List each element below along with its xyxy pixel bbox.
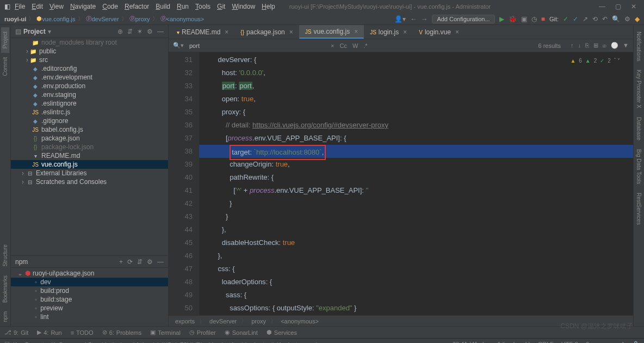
close-tab-icon[interactable]: × [225,28,228,36]
debug-icon[interactable]: 🐞 [509,15,517,23]
search-select-icon[interactable]: ⎄ [603,42,606,49]
tree-item[interactable]: ◆.editorconfig [11,64,168,73]
tree-item[interactable]: {}package.json [11,134,168,143]
menu-navigate[interactable]: Navigate [67,3,99,10]
tree-item[interactable]: JSbabel.config.js [11,125,168,134]
tool-problems[interactable]: ⊘ 6:Problems [102,329,142,336]
tree-item[interactable]: 📁node_modules library root [11,38,168,47]
tree-item[interactable]: ›📁src [11,56,168,64]
npm-script-lint[interactable]: ◦lint [11,313,168,321]
status-position[interactable]: 38:41 (41 chars, 1 line break) [453,341,530,343]
close-icon[interactable]: ✕ [631,3,636,10]
search-all-icon[interactable]: ⎘ [585,42,589,49]
run-icon[interactable]: ▶ [499,15,504,23]
tree-item[interactable]: ◆.env.development [11,73,168,82]
bc-item[interactable]: devServer [209,318,237,324]
close-tab-icon[interactable]: × [289,28,293,36]
tab-login.js[interactable]: JSlogin.js× [364,26,413,39]
tab-restservices[interactable]: RestServices [635,188,643,229]
bc-item[interactable]: proxy [251,318,266,324]
maximize-icon[interactable]: ▢ [615,3,621,10]
breadcrumb-path2[interactable]: proxy [135,16,150,22]
expand-icon[interactable]: ⇵ [127,28,133,35]
tab-npm[interactable]: npm [1,307,9,326]
status-lock-icon[interactable]: 🔒 [632,341,640,343]
tab-project[interactable]: Project [1,27,9,53]
tree-item[interactable]: JS.eslintrc.js [11,108,168,117]
tab-vue.config.js[interactable]: JSvue.config.js× [299,25,364,39]
chevron-down-icon[interactable]: ▾ [48,28,51,35]
search-word[interactable]: W [352,42,358,49]
tree-item[interactable]: ◆.eslintignore [11,99,168,108]
project-title[interactable]: Project [23,28,46,35]
close-tab-icon[interactable]: × [403,28,407,36]
menu-edit[interactable]: Edit [28,3,46,10]
coverage-icon[interactable]: ▣ [521,15,527,23]
tab-package.json[interactable]: {}package.json× [234,26,299,39]
tab-commit[interactable]: Commit [1,53,9,80]
menu-help[interactable]: Help [258,3,278,10]
tree-item[interactable]: ▾README.md [11,151,168,160]
tool-todo[interactable]: ≡ TODO [71,329,94,336]
chevron-icon[interactable]: ˆ ˅ [614,54,620,68]
forward-icon[interactable]: → [421,15,428,23]
menu-refactor[interactable]: Refactor [121,3,152,10]
tool-profiler[interactable]: ◷ Profiler [189,329,216,336]
breadcrumb-path3[interactable]: <anonymous> [166,16,205,22]
bc-item[interactable]: exports [175,318,195,324]
tree-item[interactable]: ◆.gitignore [11,117,168,125]
run-config-select[interactable]: Add Configuration... [432,15,494,23]
minimize-icon[interactable]: — [599,3,605,10]
search-filter-icon[interactable]: ⚪ [611,42,618,49]
npm-script-build:stage[interactable]: ◦build:stage [11,295,168,304]
tree-item[interactable]: {}package-lock.json [11,143,168,151]
project-dropdown-icon[interactable]: ▤ [15,28,21,35]
code-editor[interactable]: 3132333435363738394041424344454647484950… [169,52,633,315]
search-newtab-icon[interactable]: ⊞ [593,42,598,49]
tab-bookmarks[interactable]: Bookmarks [1,271,9,307]
menu-tools[interactable]: Tools [192,3,214,10]
npm-script-dev[interactable]: ◦dev [11,278,168,286]
menu-view[interactable]: View [46,3,67,10]
search-input[interactable]: port [189,42,325,49]
search-case[interactable]: Cc [339,42,346,49]
tool-terminal[interactable]: ▣ Terminal [150,329,181,336]
git-commit-icon[interactable]: ✓ [573,15,578,23]
npm-add-icon[interactable]: + [119,258,123,266]
tab-README.md[interactable]: ▾README.md× [171,26,234,39]
npm-hide-icon[interactable]: — [157,258,164,266]
tool-git[interactable]: ⎇ 9:Git [4,329,28,336]
back-icon[interactable]: ← [410,15,417,23]
settings-icon[interactable]: ⚙ [624,15,630,23]
menu-file[interactable]: File [14,3,28,10]
npm-root[interactable]: ⌄⬢ruoyi-ui\package.json [11,269,168,278]
tree-item[interactable]: ◆.env.production [11,82,168,90]
tool-sonarlint[interactable]: ◉ SonarLint [225,329,258,336]
search-prev-icon[interactable]: ↑ [571,42,574,49]
npm-script-build:prod[interactable]: ◦build:prod [11,286,168,295]
tool-run[interactable]: ▶ 4:Run [37,329,61,336]
menu-build[interactable]: Build [152,3,174,10]
tree-item[interactable]: ›📁public [11,47,168,56]
stop-icon[interactable]: ■ [541,15,545,23]
menu-window[interactable]: Window [228,3,258,10]
search-funnel-icon[interactable]: ▼ [623,42,629,49]
search-next-icon[interactable]: ↓ [578,42,581,49]
status-branch-icon[interactable]: ⎇ [617,341,624,343]
breadcrumb-root[interactable]: ruoyi-ui [4,16,26,22]
bc-item[interactable]: <anonymous> [281,318,319,324]
search-icon[interactable]: 🔍 [612,15,620,23]
npm-refresh-icon[interactable]: ⟳ [127,258,133,266]
git-update-icon[interactable]: ✓ [563,15,568,23]
tree-item[interactable]: ◆.env.staging [11,90,168,99]
npm-expand-icon[interactable]: ⇵ [137,258,143,266]
git-history-icon[interactable]: ⟲ [592,15,598,23]
breadcrumb-path1[interactable]: devServer [92,16,119,22]
ide-icon[interactable]: ◆ [635,15,640,23]
settings-icon[interactable]: ⚙ [147,28,153,35]
git-push-icon[interactable]: ↗ [583,15,588,23]
tool-services[interactable]: ⬢ Services [267,329,297,336]
menu-code[interactable]: Code [99,3,121,10]
menu-git[interactable]: Git [214,3,228,10]
tab-structure[interactable]: Structure [1,240,9,271]
